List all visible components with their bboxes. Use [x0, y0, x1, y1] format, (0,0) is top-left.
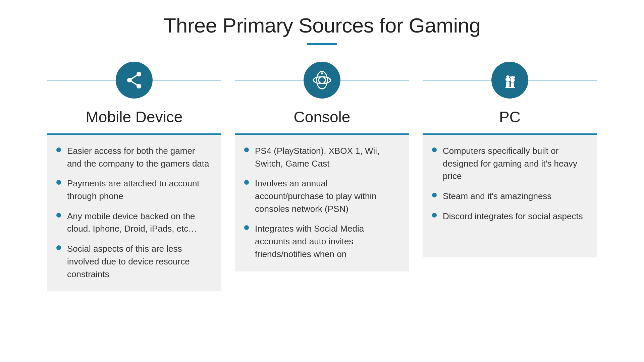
title-underline	[307, 43, 337, 45]
list-item: PS4 (PlayStation), XBOX 1, Wii, Switch, …	[244, 145, 398, 170]
svg-line-8	[129, 74, 139, 80]
chess-icon	[500, 70, 520, 90]
list-item: Discord integrates for social aspects	[432, 210, 586, 223]
mobile-icon-circle	[116, 62, 153, 99]
bullet-text: Any mobile device backed on the cloud. I…	[67, 210, 211, 235]
timeline-mobile	[47, 62, 221, 99]
pc-title: PC	[499, 108, 521, 126]
console-bullet-list: PS4 (PlayStation), XBOX 1, Wii, Switch, …	[244, 145, 398, 261]
pc-bullet-list: Computers specifically built or designed…	[432, 145, 586, 223]
timeline-pc	[423, 62, 597, 99]
bullet-dot	[56, 180, 61, 185]
bullet-dot	[56, 245, 61, 250]
list-item: Computers specifically built or designed…	[432, 145, 586, 183]
bullet-dot	[244, 147, 249, 152]
svg-rect-15	[505, 87, 510, 88]
column-pc: PC Computers specifically built or desig…	[416, 62, 604, 257]
pc-icon-circle	[491, 62, 528, 99]
bullet-text: Social aspects of this are less involved…	[67, 243, 211, 281]
svg-point-22	[511, 78, 515, 82]
list-item: Payments are attached to account through…	[56, 177, 211, 202]
svg-point-10	[319, 77, 325, 83]
svg-point-13	[321, 72, 323, 74]
list-item: Involves an annual account/purchase to p…	[244, 177, 398, 215]
column-console: Console PS4 (PlayStation), XBOX 1, Wii, …	[228, 62, 416, 272]
bullet-text: PS4 (PlayStation), XBOX 1, Wii, Switch, …	[255, 145, 398, 170]
mobile-title: Mobile Device	[86, 108, 183, 126]
list-item: Any mobile device backed on the cloud. I…	[56, 210, 211, 235]
timeline-line-left-mobile	[47, 80, 116, 80]
console-icon-circle	[304, 62, 340, 99]
svg-rect-16	[506, 82, 509, 87]
timeline-line-right-pc	[528, 80, 597, 80]
svg-line-9	[129, 80, 139, 86]
bullet-text: Discord integrates for social aspects	[443, 210, 586, 223]
list-item: Social aspects of this are less involved…	[56, 243, 211, 281]
bullet-text: Steam and it's amazingness	[443, 190, 586, 203]
bullet-dot	[244, 225, 249, 230]
column-mobile: Mobile Device Easier access for both the…	[40, 62, 228, 291]
list-item: Steam and it's amazingness	[432, 190, 586, 203]
list-item: Integrates with Social Media accounts an…	[244, 223, 398, 260]
pc-content-box: Computers specifically built or designed…	[423, 133, 597, 257]
bullet-dot	[56, 147, 61, 152]
timeline-line-right-mobile	[153, 80, 221, 80]
bullet-dot	[432, 193, 437, 197]
timeline-line-left-console	[235, 80, 304, 80]
planet-icon	[312, 70, 332, 90]
bullet-dot	[432, 213, 437, 218]
bullet-dot	[432, 147, 437, 152]
mobile-content-box: Easier access for both the gamer and the…	[47, 133, 221, 291]
console-title: Console	[294, 108, 351, 126]
svg-point-14	[329, 78, 330, 80]
svg-rect-20	[510, 87, 515, 88]
columns-container: Mobile Device Easier access for both the…	[20, 62, 624, 291]
timeline-console	[235, 62, 409, 99]
svg-rect-19	[506, 76, 509, 77]
bullet-text: Computers specifically built or designed…	[443, 145, 586, 183]
timeline-line-right-console	[340, 80, 409, 80]
mobile-bullet-list: Easier access for both the gamer and the…	[56, 145, 211, 281]
list-item: Easier access for both the gamer and the…	[56, 145, 211, 170]
page-title: Three Primary Sources for Gaming	[163, 13, 480, 37]
svg-rect-21	[511, 82, 514, 87]
console-content-box: PS4 (PlayStation), XBOX 1, Wii, Switch, …	[235, 133, 409, 272]
bullet-text: Easier access for both the gamer and the…	[67, 145, 211, 170]
svg-point-11	[313, 77, 331, 83]
bullet-dot	[56, 213, 61, 218]
bullet-text: Integrates with Social Media accounts an…	[255, 223, 398, 260]
bullet-dot	[244, 180, 249, 185]
bullet-text: Payments are attached to account through…	[67, 177, 211, 202]
bullet-text: Involves an annual account/purchase to p…	[255, 177, 398, 215]
share-icon	[124, 70, 144, 90]
svg-point-25	[513, 76, 515, 78]
timeline-line-left-pc	[423, 80, 491, 80]
